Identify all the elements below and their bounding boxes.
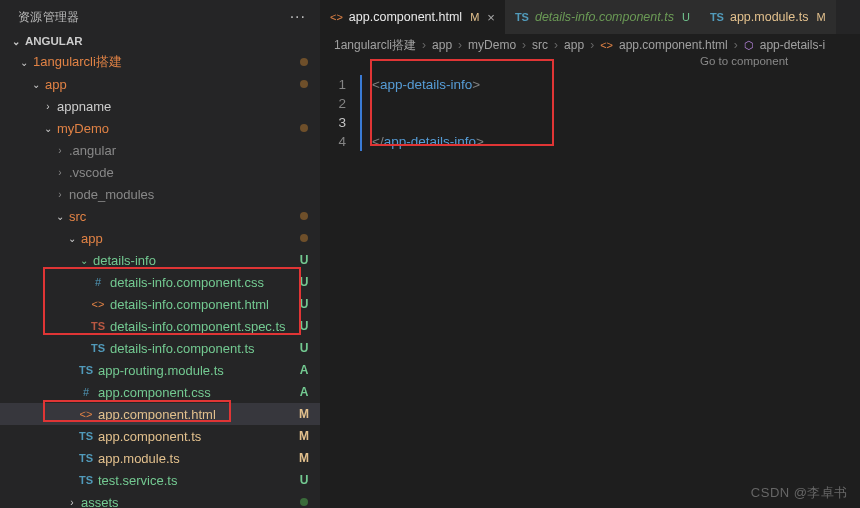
file-label: details-info.component.spec.ts [110, 319, 296, 334]
code-line[interactable]: <app-details-info> [372, 75, 860, 94]
chevron-down-icon: ⌄ [18, 57, 30, 68]
crumb[interactable]: app [432, 38, 452, 52]
ts-file-icon: TS [78, 452, 94, 464]
crumb[interactable]: app.component.html [619, 38, 728, 52]
folder-label: .vscode [69, 165, 312, 180]
explorer-sidebar: 资源管理器 ··· ⌄ ANGULAR ⌄ 1angularcli搭建 ⌄ ap… [0, 0, 320, 508]
git-status-dot [300, 80, 308, 88]
css-file-icon: # [78, 386, 94, 398]
tree-folder-src[interactable]: ⌄ src [0, 205, 320, 227]
tree-folder-vscode[interactable]: › .vscode [0, 161, 320, 183]
html-file-icon: <> [600, 39, 613, 51]
chevron-right-icon: › [54, 189, 66, 200]
file-label: app.component.ts [98, 429, 296, 444]
tree-folder-app[interactable]: ⌄ app [0, 73, 320, 95]
tree-folder-root[interactable]: ⌄ 1angularcli搭建 [0, 51, 320, 73]
git-status-letter: A [296, 363, 312, 377]
folder-label: appname [57, 99, 312, 114]
file-label: test.service.ts [98, 473, 296, 488]
chevron-right-icon: › [522, 38, 526, 52]
tree-file-routing[interactable]: TS app-routing.module.ts A [0, 359, 320, 381]
tree-file-testsvc[interactable]: TS test.service.ts U [0, 469, 320, 491]
tree-file-dispec[interactable]: TS details-info.component.spec.ts U [0, 315, 320, 337]
code-lines[interactable]: <app-details-info> </app-details-info> [360, 75, 860, 151]
symbol-icon: ⬡ [744, 39, 754, 52]
folder-label: details-info [93, 253, 296, 268]
chevron-right-icon: › [590, 38, 594, 52]
close-icon[interactable]: × [487, 10, 495, 25]
tree-folder-nodemodules[interactable]: › node_modules [0, 183, 320, 205]
git-status-letter: M [296, 407, 312, 421]
git-status-letter: U [296, 341, 312, 355]
tab-detailsinfo[interactable]: TS details-info.component.ts U [505, 0, 700, 34]
html-file-icon: <> [90, 298, 106, 310]
git-status-letter: U [296, 319, 312, 333]
tab-label: app.module.ts [730, 10, 809, 24]
crumb[interactable]: src [532, 38, 548, 52]
editor-area: <> app.component.html M × TS details-inf… [320, 0, 860, 508]
ts-file-icon: TS [90, 342, 106, 354]
chevron-down-icon: ⌄ [10, 36, 22, 47]
folder-label: .angular [69, 143, 312, 158]
git-status-dot [300, 124, 308, 132]
html-file-icon: <> [330, 11, 343, 23]
crumb[interactable]: app-details-i [760, 38, 825, 52]
ts-file-icon: TS [515, 11, 529, 23]
code-editor[interactable]: 1 2 3 4 <app-details-info> </app-details… [320, 74, 860, 151]
tree-file-apphtml[interactable]: <> app.component.html M [0, 403, 320, 425]
crumb[interactable]: app [564, 38, 584, 52]
folder-label: node_modules [69, 187, 312, 202]
code-line[interactable] [372, 94, 860, 113]
tree-file-appmodule[interactable]: TS app.module.ts M [0, 447, 320, 469]
tree-file-dits[interactable]: TS details-info.component.ts U [0, 337, 320, 359]
breadcrumb[interactable]: 1angularcli搭建› app› myDemo› src› app› <>… [320, 34, 860, 56]
line-number: 3 [320, 113, 346, 132]
file-label: app-routing.module.ts [98, 363, 296, 378]
tree-folder-detailsinfo[interactable]: ⌄ details-info U [0, 249, 320, 271]
more-actions-icon[interactable]: ··· [290, 8, 306, 26]
chevron-down-icon: ⌄ [42, 123, 54, 134]
file-label: app.component.css [98, 385, 296, 400]
code-line[interactable]: </app-details-info> [372, 132, 860, 151]
tree-file-appcss[interactable]: # app.component.css A [0, 381, 320, 403]
chevron-down-icon: ⌄ [66, 233, 78, 244]
ts-file-icon: TS [710, 11, 724, 23]
tree-file-dicss[interactable]: # details-info.component.css U [0, 271, 320, 293]
editor-tabs: <> app.component.html M × TS details-inf… [320, 0, 860, 34]
chevron-right-icon: › [734, 38, 738, 52]
tab-appcomponent[interactable]: <> app.component.html M × [320, 0, 505, 34]
tab-appmodule[interactable]: TS app.module.ts M [700, 0, 836, 34]
git-status-letter: M [816, 11, 825, 23]
crumb[interactable]: 1angularcli搭建 [334, 37, 416, 54]
ts-file-icon: TS [78, 364, 94, 376]
git-status-dot [300, 212, 308, 220]
line-number: 4 [320, 132, 346, 151]
tree-folder-appname[interactable]: › appname [0, 95, 320, 117]
tree-folder-mydemo[interactable]: ⌄ myDemo [0, 117, 320, 139]
folder-label: app [45, 77, 300, 92]
chevron-down-icon: ⌄ [78, 255, 90, 266]
file-label: app.module.ts [98, 451, 296, 466]
watermark-text: CSDN @李卓书 [751, 484, 848, 502]
chevron-down-icon: ⌄ [30, 79, 42, 90]
tree-folder-srcapp[interactable]: ⌄ app [0, 227, 320, 249]
tree-file-dihtml[interactable]: <> details-info.component.html U [0, 293, 320, 315]
crumb[interactable]: myDemo [468, 38, 516, 52]
ts-file-icon: TS [90, 320, 106, 332]
tree-file-appts[interactable]: TS app.component.ts M [0, 425, 320, 447]
code-line[interactable] [372, 113, 860, 132]
git-status-letter: M [296, 429, 312, 443]
chevron-right-icon: › [66, 497, 78, 508]
git-status-letter: M [296, 451, 312, 465]
html-file-icon: <> [78, 408, 94, 420]
git-status-letter: U [296, 297, 312, 311]
go-to-component-link[interactable]: Go to component [700, 55, 788, 67]
git-status-letter: U [296, 473, 312, 487]
git-status-letter: A [296, 385, 312, 399]
tree-folder-angular[interactable]: › .angular [0, 139, 320, 161]
git-status-dot [300, 498, 308, 506]
git-status-letter: U [296, 253, 312, 267]
tree-folder-assets[interactable]: › assets [0, 491, 320, 508]
explorer-section-header[interactable]: ⌄ ANGULAR [0, 32, 320, 50]
chevron-right-icon: › [422, 38, 426, 52]
